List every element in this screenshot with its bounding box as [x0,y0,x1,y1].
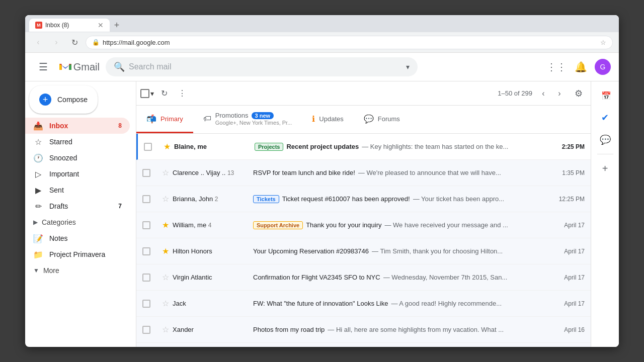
add-apps-button[interactable]: + [595,158,615,178]
sidebar-item-sent[interactable]: ▶ Sent [25,182,130,198]
email-checkbox-2[interactable] [142,169,150,177]
email-sender-2: Clarence .. Vijay .. 13 [173,169,253,176]
email-row[interactable]: ★ Blaine, me Projects Recent project upd… [136,134,591,160]
email-time-6: April 17 [549,274,585,281]
address-bar-row: ‹ › ↻ 🔒 https://mail.google.com ☆ [25,32,619,52]
prev-page-button[interactable]: ‹ [536,86,550,101]
email-row[interactable]: ☆ Jack FW: What "the future of innovatio… [136,291,591,317]
search-dropdown-icon[interactable]: ▾ [406,63,410,71]
sidebar-more[interactable]: ▼ More [25,262,136,279]
email-snippet-2: — We're pleased to announce that we will… [358,169,501,176]
email-checkbox-6[interactable] [142,274,150,282]
email-checkbox-4[interactable] [142,221,150,229]
row-check-4 [142,221,158,229]
email-sender-8: Xander [173,326,253,333]
email-snippet-3: — Your ticket has been appro... [413,195,504,203]
refresh-icon: ↻ [161,88,168,98]
email-snippet-5: — Tim Smith, thank you for choosing Hilt… [372,247,503,255]
email-snippet-7: — A good read! Highly recommende... [391,300,502,307]
google-tasks-button[interactable]: 💬 [595,130,615,150]
settings-icon: ⚙ [575,88,583,99]
email-row[interactable]: ☆ Clarence .. Vijay .. 13 RSVP for team … [136,160,591,186]
page-nav: ‹ › [536,86,567,101]
compose-button[interactable]: + Compose [29,85,98,114]
email-checkbox-7[interactable] [142,300,150,308]
sidebar-drafts-label: Drafts [49,202,68,210]
primary-tab-icon: 📬 [146,114,156,124]
tab-promotions[interactable]: 🏷 Promotions 3 new Google+, New York Tim… [193,106,302,133]
email-star-5[interactable]: ★ [158,246,173,256]
settings-button[interactable]: ⚙ [571,85,587,102]
back-button[interactable]: ‹ [31,35,45,49]
tab-updates[interactable]: ℹ Updates [302,106,353,133]
email-checkbox-1[interactable] [144,143,152,151]
avatar[interactable]: G [595,59,611,75]
email-star-6[interactable]: ☆ [158,273,173,282]
updates-tab-label: Updates [319,115,343,123]
gmail-topbar: ☰ Gmail 🔍 [25,53,619,81]
email-star-8[interactable]: ☆ [158,325,173,334]
search-bar[interactable]: 🔍 ▾ [106,57,418,76]
email-star-2[interactable]: ☆ [158,168,173,177]
email-row[interactable]: ☆ Virgin Atlantic Confirmation for Fligh… [136,264,591,291]
sidebar-item-starred[interactable]: ☆ Starred [25,134,130,150]
important-icon: ▷ [33,169,43,179]
sidebar-item-important[interactable]: ▷ Important [25,166,130,182]
select-dropdown-icon[interactable]: ▾ [150,89,154,98]
email-sender-5: Hilton Honors [173,247,253,255]
email-row[interactable]: ★ William, me 4 Support Archive Thank yo… [136,212,591,238]
email-subject-8: Photos from my road trip [253,326,325,333]
email-row[interactable]: ☆ Xander Photos from my road trip — Hi a… [136,317,591,343]
email-row[interactable]: ☆ Brianna, John 2 Tickets Ticket request… [136,186,591,212]
email-row[interactable]: ☆ Richard, Matthew, me 3 Product Strateg… [136,343,591,347]
email-row[interactable]: ★ Hilton Honors Your Upcoming Reservatio… [136,238,591,264]
tab-close-icon[interactable]: ✕ [98,22,104,29]
gmail-m-icon [59,61,71,73]
browser-tab[interactable]: M Inbox (8) ✕ [29,19,110,32]
account-circle-icon[interactable]: 🔔 [571,57,591,77]
bookmark-icon[interactable]: ☆ [600,39,606,46]
sidebar-item-inbox[interactable]: 📥 Inbox 8 [25,118,130,134]
email-checkbox-8[interactable] [142,326,150,334]
google-meet-button[interactable]: 📅 [595,85,615,106]
forward-button[interactable]: › [49,35,63,49]
sidebar-item-project-primavera[interactable]: 📁 Project Primavera [25,246,130,262]
email-preview-5: Your Upcoming Reservation #20983746 — Ti… [253,247,549,255]
tab-primary[interactable]: 📬 Primary [136,106,193,133]
new-tab-button[interactable]: + [110,18,124,32]
sidebar-item-notes[interactable]: 📝 Notes [25,230,130,246]
email-star-3[interactable]: ☆ [158,194,173,204]
email-tag-1: Projects [255,143,283,151]
refresh-button[interactable]: ↻ [156,85,172,102]
email-snippet-4: — We have received your message and ... [384,221,508,229]
more-options-icon: ⋮ [178,88,186,98]
promotions-tab-label: Promotions [215,112,249,119]
refresh-button[interactable]: ↻ [67,35,82,49]
snoozed-icon: 🕐 [33,153,43,163]
address-bar[interactable]: 🔒 https://mail.google.com ☆ [86,36,613,49]
email-checkbox-5[interactable] [142,247,150,255]
inbox-icon: 📥 [33,121,43,131]
secure-icon: 🔒 [92,39,100,46]
inbox-tabs: 📬 Primary 🏷 Promotions 3 new Google+, Ne… [136,106,591,134]
sidebar-item-categories[interactable]: ▶ Categories [25,214,136,230]
tab-forums[interactable]: 💬 Forums [354,106,410,133]
sidebar-item-drafts[interactable]: ✏ Drafts 7 [25,198,130,214]
next-page-button[interactable]: › [552,86,567,101]
email-star-1[interactable]: ★ [160,142,174,151]
email-star-4[interactable]: ★ [158,220,173,230]
more-options-button[interactable]: ⋮ [174,85,190,102]
search-input[interactable] [129,62,402,71]
row-check-8 [142,326,158,334]
email-star-7[interactable]: ☆ [158,299,173,308]
apps-button[interactable]: ⋮⋮ [546,57,567,77]
select-all-checkbox[interactable] [140,89,149,98]
google-chat-button[interactable]: ✔ [595,108,615,128]
gmail-logo: Gmail [59,61,100,73]
email-time-7: April 17 [549,300,585,307]
promotions-badge: 3 new [252,112,274,119]
sidebar-item-snoozed[interactable]: 🕐 Snoozed [25,150,130,166]
email-preview-6: Confirmation for Flight VA2345 SFO to NY… [253,274,549,281]
email-checkbox-3[interactable] [142,195,150,203]
hamburger-menu-button[interactable]: ☰ [33,57,53,77]
